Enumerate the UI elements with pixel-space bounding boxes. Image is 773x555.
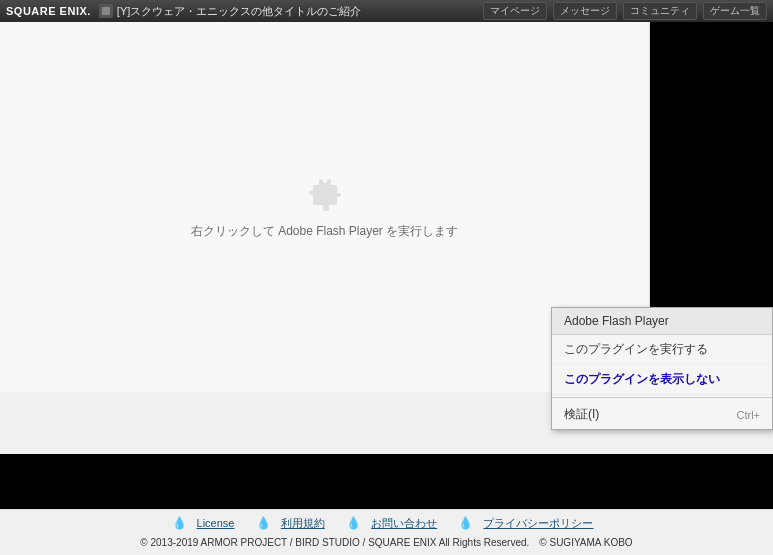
tab-bar: [Y]スクウェア・エニックスの他タイトルのご紹介 bbox=[99, 4, 475, 19]
inspect-label: 検証(I) bbox=[564, 406, 599, 423]
nav-icons: マイページ メッセージ コミュニティ ゲーム一覧 bbox=[483, 2, 767, 20]
copyright-text: © 2013-2019 ARMOR PROJECT / BIRD STUDIO … bbox=[0, 533, 773, 555]
context-menu-divider bbox=[552, 397, 772, 398]
context-menu: Adobe Flash Player このプラグインを実行する このプラグインを… bbox=[551, 307, 773, 430]
inspect-shortcut: Ctrl+ bbox=[736, 409, 760, 421]
context-menu-hide[interactable]: このプラグインを表示しない bbox=[552, 365, 772, 395]
svg-rect-0 bbox=[102, 7, 110, 15]
link-contact[interactable]: お問い合わせ bbox=[371, 517, 437, 529]
link-dot-1: 💧 bbox=[172, 516, 187, 530]
tab-icon bbox=[99, 4, 113, 18]
context-menu-header: Adobe Flash Player bbox=[552, 308, 772, 335]
page-wrapper: 右クリックして Adobe Flash Player を実行します 💧Licen… bbox=[0, 22, 773, 555]
nav-mypage[interactable]: マイページ bbox=[483, 2, 547, 20]
link-terms[interactable]: 利用規約 bbox=[281, 517, 325, 529]
puzzle-icon bbox=[305, 175, 345, 215]
context-menu-run[interactable]: このプラグインを実行する bbox=[552, 335, 772, 365]
nav-message[interactable]: メッセージ bbox=[553, 2, 617, 20]
flash-prompt-text: 右クリックして Adobe Flash Player を実行します bbox=[191, 223, 458, 240]
link-dot-3: 💧 bbox=[346, 516, 361, 530]
context-menu-inspect[interactable]: 検証(I) Ctrl+ bbox=[552, 400, 772, 429]
footer-black-bar bbox=[0, 454, 773, 509]
site-logo: SQUARE ENIX. bbox=[6, 5, 91, 17]
nav-games[interactable]: ゲーム一覧 bbox=[703, 2, 767, 20]
link-license[interactable]: License bbox=[197, 517, 235, 529]
browser-window: SQUARE ENIX. [Y]スクウェア・エニックスの他タイトルのご紹介 マイ… bbox=[0, 0, 773, 555]
nav-community[interactable]: コミュニティ bbox=[623, 2, 697, 20]
browser-bar: SQUARE ENIX. [Y]スクウェア・エニックスの他タイトルのご紹介 マイ… bbox=[0, 0, 773, 22]
footer-links: 💧License 💧利用規約 💧お問い合わせ 💧プライバシーポリシー bbox=[0, 509, 773, 533]
link-dot-4: 💧 bbox=[458, 516, 473, 530]
link-privacy[interactable]: プライバシーポリシー bbox=[483, 517, 593, 529]
tab-title: [Y]スクウェア・エニックスの他タイトルのご紹介 bbox=[117, 4, 361, 19]
link-dot-2: 💧 bbox=[256, 516, 271, 530]
